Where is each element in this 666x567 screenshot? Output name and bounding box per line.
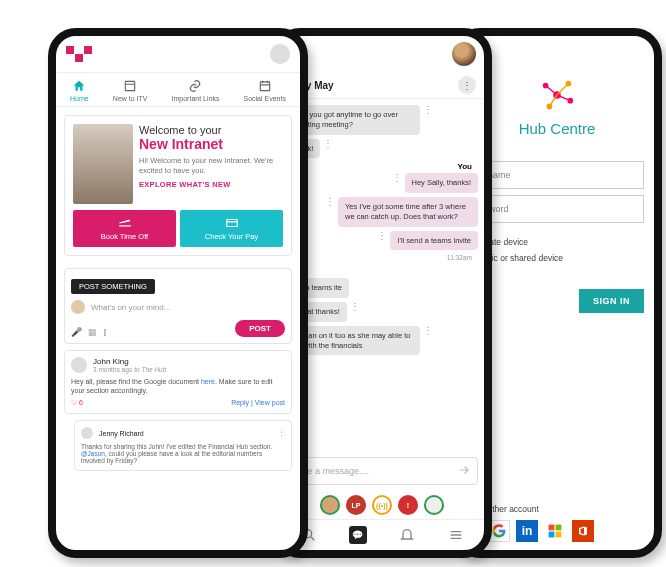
explore-link[interactable]: EXPLORE WHAT'S NEW <box>139 180 283 189</box>
svg-rect-20 <box>260 82 269 91</box>
like-button[interactable]: ♡ 6 <box>71 399 83 407</box>
svg-rect-11 <box>549 532 555 538</box>
tab-home[interactable]: Home <box>70 79 89 102</box>
message-menu-icon[interactable]: ⋮ <box>423 105 433 115</box>
svg-point-3 <box>567 98 573 104</box>
outgoing-message: I'll send a teams invite <box>390 231 478 251</box>
contact-avatar[interactable]: ! <box>398 495 418 515</box>
contact-avatar[interactable] <box>320 495 340 515</box>
svg-line-8 <box>549 95 557 106</box>
outgoing-message: Hey Sally, thanks! <box>405 173 478 193</box>
office-login-icon[interactable] <box>572 520 594 542</box>
message-menu-icon[interactable]: ⋮ <box>377 231 387 241</box>
tab-new-to-itv[interactable]: New to ITV <box>113 79 148 102</box>
hero-image <box>73 124 133 204</box>
attach-audio-icon[interactable]: 🎤 <box>71 327 82 337</box>
linkedin-login-icon[interactable]: in <box>516 520 538 542</box>
outgoing-message: Yes I've got some time after 3 where we … <box>338 197 478 227</box>
reply-body: Thanks for sharing this John! I've edite… <box>81 443 285 464</box>
user-avatar-icon[interactable] <box>452 42 476 66</box>
tab-label: Home <box>70 95 89 102</box>
button-label: Check Your Pay <box>205 232 258 241</box>
hero-line1: Welcome to your <box>139 124 283 136</box>
view-post-link[interactable]: View post <box>255 399 285 406</box>
doc-link[interactable]: here <box>201 378 215 385</box>
post-avatar-icon <box>71 357 87 373</box>
svg-rect-9 <box>549 525 555 531</box>
attach-image-icon[interactable]: ▦ <box>88 327 97 337</box>
send-icon[interactable] <box>457 463 471 479</box>
sender-label: May <box>280 267 478 276</box>
nav-menu-icon[interactable] <box>447 526 465 544</box>
signin-button[interactable]: SIGN IN <box>579 289 644 313</box>
composer-avatar-icon <box>71 300 85 314</box>
book-time-off-button[interactable]: Book Time Off <box>73 210 176 247</box>
svg-line-5 <box>546 86 557 96</box>
message-timestamp: 11:32am <box>280 254 472 261</box>
mention-link[interactable]: @Jason <box>81 450 105 457</box>
tab-label: Social Events <box>244 95 286 102</box>
hero-subtitle: Hi! Welcome to your new Intranet. We're … <box>139 156 283 176</box>
nav-chat-icon[interactable]: 💬 <box>349 526 367 544</box>
svg-line-6 <box>557 84 568 95</box>
nav-bell-icon[interactable] <box>398 526 416 544</box>
message-menu-icon[interactable]: ⋮ <box>350 302 360 312</box>
message-menu-icon[interactable]: ⋮ <box>325 197 335 207</box>
brand-logo-icon[interactable] <box>66 46 92 62</box>
login-title: Hub Centre <box>519 120 596 137</box>
post-section-label: POST SOMETHING <box>71 279 155 294</box>
contact-avatar[interactable]: LP <box>346 495 366 515</box>
svg-rect-18 <box>125 81 134 90</box>
post-composer: POST SOMETHING What's on your mind... 🎤 … <box>64 268 292 344</box>
message-menu-icon[interactable]: ⋮ <box>392 173 402 183</box>
tab-label: Important Links <box>172 95 220 102</box>
reply-author: Jenny Richard <box>99 430 144 437</box>
post-body: Hey all, please find the Google document… <box>71 377 285 395</box>
svg-rect-24 <box>226 220 237 227</box>
svg-rect-10 <box>556 525 562 531</box>
tab-important-links[interactable]: Important Links <box>172 79 220 102</box>
welcome-card: Welcome to your New Intranet Hi! Welcome… <box>64 115 292 256</box>
feed-reply: Jenny Richard ⋮ Thanks for sharing this … <box>74 420 292 471</box>
feed-post: John King 3 months ago to The Hub Hey al… <box>64 350 292 414</box>
reply-menu-icon[interactable]: ⋮ <box>278 429 285 437</box>
svg-rect-12 <box>556 532 562 538</box>
hero-line2: New Intranet <box>139 136 283 152</box>
post-author: John King <box>93 357 166 366</box>
button-label: Book Time Off <box>101 232 148 241</box>
intranet-phone: Home New to ITV Important Links Social E… <box>48 28 308 558</box>
message-menu-icon[interactable]: ⋮ <box>423 326 433 336</box>
message-menu-icon[interactable]: ⋮ <box>323 139 333 149</box>
sender-you-label: You <box>280 162 472 171</box>
microsoft-login-icon[interactable] <box>544 520 566 542</box>
hub-logo-icon <box>538 76 576 114</box>
composer-input[interactable]: What's on your mind... <box>91 303 170 312</box>
tab-label: New to ITV <box>113 95 148 102</box>
contact-avatar[interactable] <box>424 495 444 515</box>
attach-chart-icon[interactable]: ⫿ <box>103 327 108 337</box>
message-input[interactable]: Type a message.... <box>286 457 478 485</box>
reply-link[interactable]: Reply <box>231 399 249 406</box>
more-options-button[interactable]: ⋮ <box>458 76 476 94</box>
post-button[interactable]: POST <box>235 320 285 337</box>
contact-avatar[interactable]: ((•)) <box>372 495 392 515</box>
profile-avatar-icon[interactable] <box>270 44 290 64</box>
svg-line-14 <box>311 537 314 540</box>
tab-social-events[interactable]: Social Events <box>244 79 286 102</box>
check-your-pay-button[interactable]: Check Your Pay <box>180 210 283 247</box>
reply-avatar-icon <box>81 427 93 439</box>
